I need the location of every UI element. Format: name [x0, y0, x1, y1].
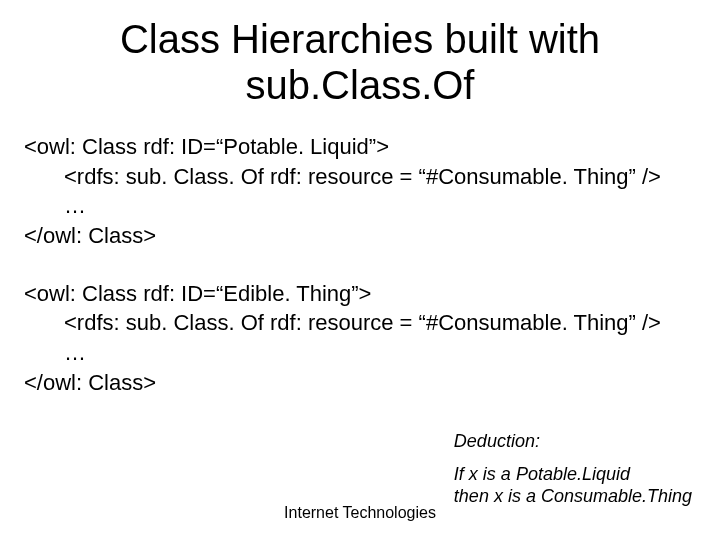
- slide-title: Class Hierarchies built with sub.Class.O…: [50, 16, 670, 108]
- code-line: …: [24, 338, 696, 368]
- slide-footer: Internet Technologies: [0, 504, 720, 522]
- deduction-line: If x is a Potable.Liquid: [454, 463, 692, 486]
- deduction-label: Deduction:: [454, 430, 692, 453]
- code-line: <rdfs: sub. Class. Of rdf: resource = “#…: [24, 308, 696, 338]
- deduction-note: Deduction: If x is a Potable.Liquid then…: [454, 430, 692, 508]
- code-line: …: [24, 191, 696, 221]
- code-block-1: <owl: Class rdf: ID=“Potable. Liquid”> <…: [24, 132, 696, 251]
- code-line: <owl: Class rdf: ID=“Edible. Thing”>: [24, 279, 696, 309]
- code-line: <rdfs: sub. Class. Of rdf: resource = “#…: [24, 162, 696, 192]
- slide: Class Hierarchies built with sub.Class.O…: [0, 0, 720, 540]
- code-line: </owl: Class>: [24, 368, 696, 398]
- code-line: <owl: Class rdf: ID=“Potable. Liquid”>: [24, 132, 696, 162]
- code-line: </owl: Class>: [24, 221, 696, 251]
- code-block-2: <owl: Class rdf: ID=“Edible. Thing”> <rd…: [24, 279, 696, 398]
